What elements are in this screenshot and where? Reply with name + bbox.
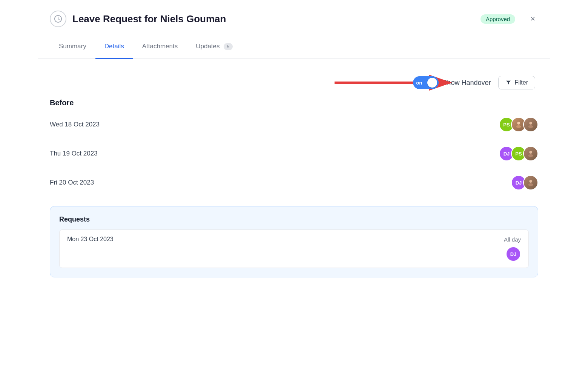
- avatar: [523, 146, 538, 161]
- date-label: Fri 20 Oct 2023: [50, 179, 94, 186]
- clock-icon: [50, 11, 66, 27]
- date-row: Fri 20 Oct 2023 DJ: [50, 168, 538, 197]
- tab-attachments[interactable]: Attachments: [133, 35, 187, 59]
- date-row: Wed 18 Oct 2023 PS: [50, 110, 538, 139]
- svg-point-5: [529, 122, 532, 125]
- tabs-container: Summary Details Attachments Updates 5: [38, 35, 550, 59]
- avatars-group: DJ: [511, 175, 538, 190]
- allday-label: All day: [504, 236, 521, 243]
- avatars-group: PS: [499, 117, 538, 132]
- status-badge: Approved: [481, 14, 515, 24]
- tab-content: on Show Handover Filter Before Wed 18 Oc…: [38, 67, 550, 286]
- svg-point-3: [517, 122, 520, 125]
- modal-container: Leave Request for Niels Gouman Approved …: [38, 0, 550, 286]
- date-label: Wed 18 Oct 2023: [50, 121, 100, 128]
- date-label: Thu 19 Oct 2023: [50, 150, 98, 157]
- filter-icon: [505, 80, 511, 86]
- modal-title: Leave Request for Niels Gouman: [72, 13, 474, 25]
- before-title: Before: [50, 99, 538, 107]
- avatars-group: DJ PS: [499, 146, 538, 161]
- filter-label: Filter: [514, 79, 528, 86]
- avatar: DJ: [506, 246, 521, 262]
- tab-details[interactable]: Details: [95, 35, 133, 59]
- toggle-on-label: on: [416, 80, 422, 86]
- request-date: Mon 23 Oct 2023: [67, 236, 114, 243]
- updates-badge: 5: [224, 43, 232, 50]
- close-button[interactable]: ×: [527, 12, 538, 25]
- requests-title: Requests: [59, 216, 529, 223]
- avatar: [523, 175, 538, 190]
- controls-row: on Show Handover Filter: [50, 76, 538, 89]
- before-section: Before Wed 18 Oct 2023 PS: [50, 99, 538, 197]
- requests-section: Requests Mon 23 Oct 2023 All day DJ: [50, 206, 538, 277]
- request-item: Mon 23 Oct 2023 All day DJ: [59, 229, 529, 268]
- show-handover-toggle[interactable]: on: [413, 76, 439, 89]
- svg-point-6: [528, 125, 533, 128]
- filter-button[interactable]: Filter: [498, 76, 535, 89]
- svg-point-8: [528, 154, 533, 157]
- svg-point-10: [528, 183, 533, 186]
- svg-point-9: [529, 180, 532, 183]
- toggle-knob: [427, 78, 437, 88]
- tab-summary[interactable]: Summary: [50, 35, 95, 59]
- request-row: Mon 23 Oct 2023 All day: [67, 236, 521, 243]
- tab-updates[interactable]: Updates 5: [187, 35, 241, 59]
- svg-point-7: [529, 151, 532, 154]
- avatars-group: DJ: [506, 246, 521, 262]
- svg-point-4: [516, 125, 521, 128]
- modal-header: Leave Request for Niels Gouman Approved …: [38, 0, 550, 35]
- avatar: [523, 117, 538, 132]
- date-row: Thu 19 Oct 2023 DJ PS: [50, 139, 538, 168]
